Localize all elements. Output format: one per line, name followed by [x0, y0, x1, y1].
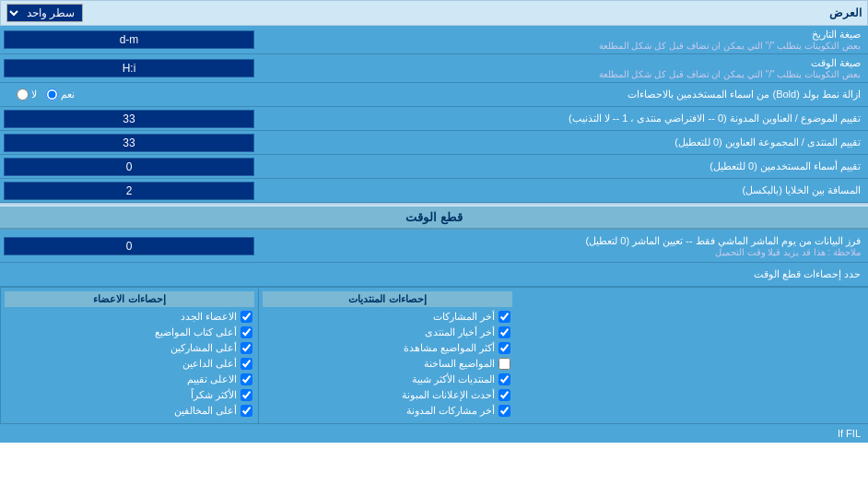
- time-format-row: صيغة الوقت بعض التكوينات يتطلب "/" التي …: [0, 54, 868, 83]
- posts-check-2[interactable]: [499, 326, 510, 338]
- time-format-input-wrap: [0, 57, 258, 79]
- members-check-5[interactable]: [240, 373, 252, 385]
- sort-forum-input-wrap: [0, 132, 258, 154]
- posts-check-6[interactable]: [499, 389, 510, 401]
- bold-remove-label: ازالة نمط بولد (Bold) من اسماء المستخدمي…: [75, 89, 861, 101]
- cell-spacing-label: المسافة بين الخلايا (بالبكسل): [258, 182, 868, 199]
- bold-radio-yes[interactable]: نعم: [46, 89, 75, 101]
- time-cutoff-label: فرز البيانات من يوم الماشر الماشي فقط --…: [258, 232, 868, 260]
- stats-members-header: إحصاءات الاعضاء: [5, 291, 254, 307]
- time-format-input[interactable]: [4, 59, 254, 77]
- bold-no-radio[interactable]: [17, 89, 29, 101]
- members-check-4[interactable]: [240, 358, 252, 370]
- bold-yes-label: نعم: [61, 89, 75, 101]
- sort-subjects-label: تقييم الموضوع / العناوين المدونة (0 -- ا…: [258, 110, 868, 127]
- stats-members-item-2: أعلى كتاب المواضيع: [5, 325, 254, 339]
- members-check-1[interactable]: [240, 311, 252, 323]
- stats-posts-item-1: أخر المشاركات: [263, 310, 512, 324]
- cell-spacing-input-wrap: [0, 180, 258, 202]
- date-format-label: صيغة التاريخ بعض التكوينات يتطلب "/" الت…: [258, 26, 868, 53]
- stats-posts-header: إحصاءات المنتديات: [263, 291, 512, 307]
- stats-members-item-7: أعلى المخالفين: [5, 404, 254, 418]
- date-format-input[interactable]: [4, 30, 254, 49]
- stats-members-item-3: أعلى المشاركين: [5, 341, 254, 355]
- date-format-title: صيغة التاريخ: [265, 29, 861, 41]
- time-section-header: قطع الوقت: [0, 207, 868, 230]
- stats-members-item-6: الأكثر شكراً: [5, 388, 254, 402]
- members-label-4: أعلى الداعين: [182, 358, 237, 370]
- sort-forum-row: تقييم المنتدى / المجموعة العناوين (0 للت…: [0, 131, 868, 155]
- posts-check-7[interactable]: [499, 405, 510, 417]
- sort-forum-label: تقييم المنتدى / المجموعة العناوين (0 للت…: [258, 134, 868, 151]
- bold-remove-row: ازالة نمط بولد (Bold) من اسماء المستخدمي…: [0, 83, 868, 107]
- stats-posts-item-2: أخر أخبار المنتدى: [263, 325, 512, 339]
- stats-members-item-4: أعلى الداعين: [5, 357, 254, 371]
- members-label-6: الأكثر شكراً: [191, 389, 237, 401]
- stats-posts-item-7: أخر مشاركات المدونة: [263, 404, 512, 418]
- time-cutoff-row: فرز البيانات من يوم الماشر الماشي فقط --…: [0, 230, 868, 263]
- display-select[interactable]: سطر واحد سطرين ثلاثة أسطر: [6, 4, 83, 22]
- members-label-1: الاعضاء الجدد: [181, 311, 237, 323]
- members-label-7: أعلى المخالفين: [174, 405, 237, 417]
- posts-check-1[interactable]: [499, 311, 510, 323]
- time-cutoff-title: فرز البيانات من يوم الماشر الماشي فقط --…: [265, 235, 861, 247]
- stats-posts-item-5: المنتديات الأكثر شبية: [263, 373, 512, 386]
- members-check-7[interactable]: [240, 405, 252, 417]
- posts-check-4[interactable]: [499, 358, 510, 370]
- sort-users-label: تقييم أسماء المستخدمين (0 للتعطيل): [258, 158, 868, 175]
- time-cutoff-input[interactable]: [4, 237, 254, 255]
- cell-spacing-input[interactable]: [4, 182, 254, 200]
- bold-no-label: لا: [31, 89, 37, 101]
- stats-members-item-1: الاعضاء الجدد: [5, 310, 254, 324]
- bold-radio-group: نعم لا: [7, 89, 75, 101]
- time-cutoff-note: ملاحظة : هذا قد يزيد قيلا وقت التحميل: [265, 247, 861, 257]
- stats-empty-col: [516, 288, 868, 423]
- stats-header-row: حدد إحصاءات قطع الوقت: [0, 263, 868, 287]
- posts-label-3: أكثر المواضيع مشاهدة: [404, 342, 495, 354]
- sort-users-input-wrap: [0, 156, 258, 178]
- stats-members-item-5: الاعلى تقييم: [5, 373, 254, 386]
- time-cutoff-input-wrap: [0, 235, 258, 257]
- sort-subjects-input-wrap: [0, 108, 258, 130]
- stats-posts-item-3: أكثر المواضيع مشاهدة: [263, 341, 512, 355]
- posts-check-3[interactable]: [499, 342, 510, 354]
- posts-check-5[interactable]: [499, 373, 510, 385]
- stats-posts-item-4: المواضيع الساخنة: [263, 357, 512, 371]
- sort-users-row: تقييم أسماء المستخدمين (0 للتعطيل): [0, 155, 868, 179]
- header-row: العرض سطر واحد سطرين ثلاثة أسطر: [0, 0, 868, 26]
- sort-subjects-input[interactable]: [4, 110, 254, 128]
- sort-subjects-row: تقييم الموضوع / العناوين المدونة (0 -- ا…: [0, 107, 868, 131]
- bold-yes-radio[interactable]: [46, 89, 58, 101]
- stats-header-spacer: [0, 273, 258, 277]
- sort-forum-input[interactable]: [4, 134, 254, 152]
- members-label-2: أعلى كتاب المواضيع: [155, 326, 237, 338]
- header-label: العرض: [829, 6, 862, 19]
- bottom-note-row: If FIL: [0, 423, 868, 443]
- sort-users-input[interactable]: [4, 158, 254, 176]
- time-format-sublabel: بعض التكوينات يتطلب "/" التي يمكن ان تضا…: [265, 69, 861, 79]
- members-label-5: الاعلى تقييم: [187, 373, 237, 385]
- bottom-note-text: If FIL: [838, 428, 861, 439]
- posts-label-6: أحدث الإعلانات المبونة: [402, 389, 495, 401]
- date-format-row: صيغة التاريخ بعض التكوينات يتطلب "/" الت…: [0, 26, 868, 54]
- page-wrapper: العرض سطر واحد سطرين ثلاثة أسطر صيغة الت…: [0, 0, 868, 443]
- stats-columns: إحصاءات المنتديات أخر المشاركات أخر أخبا…: [0, 287, 868, 423]
- stats-posts-col: إحصاءات المنتديات أخر المشاركات أخر أخبا…: [258, 288, 516, 423]
- date-format-input-wrap: [0, 29, 258, 51]
- stats-posts-item-6: أحدث الإعلانات المبونة: [263, 388, 512, 402]
- date-format-sublabel: بعض التكوينات يتطلب "/" التي يمكن ان تضا…: [265, 41, 861, 51]
- stats-members-col: إحصاءات الاعضاء الاعضاء الجدد أعلى كتاب …: [0, 288, 258, 423]
- posts-label-7: أخر مشاركات المدونة: [406, 405, 495, 417]
- members-check-6[interactable]: [240, 389, 252, 401]
- posts-label-5: المنتديات الأكثر شبية: [412, 373, 495, 385]
- posts-label-2: أخر أخبار المنتدى: [425, 326, 495, 338]
- bold-radio-no[interactable]: لا: [17, 89, 37, 101]
- time-format-label: صيغة الوقت بعض التكوينات يتطلب "/" التي …: [258, 54, 868, 82]
- stats-header-label: حدد إحصاءات قطع الوقت: [258, 266, 868, 283]
- posts-label-1: أخر المشاركات: [433, 311, 495, 323]
- cell-spacing-row: المسافة بين الخلايا (بالبكسل): [0, 179, 868, 203]
- members-check-3[interactable]: [240, 342, 252, 354]
- members-check-2[interactable]: [240, 326, 252, 338]
- members-label-3: أعلى المشاركين: [170, 342, 237, 354]
- posts-label-4: المواضيع الساخنة: [424, 358, 495, 370]
